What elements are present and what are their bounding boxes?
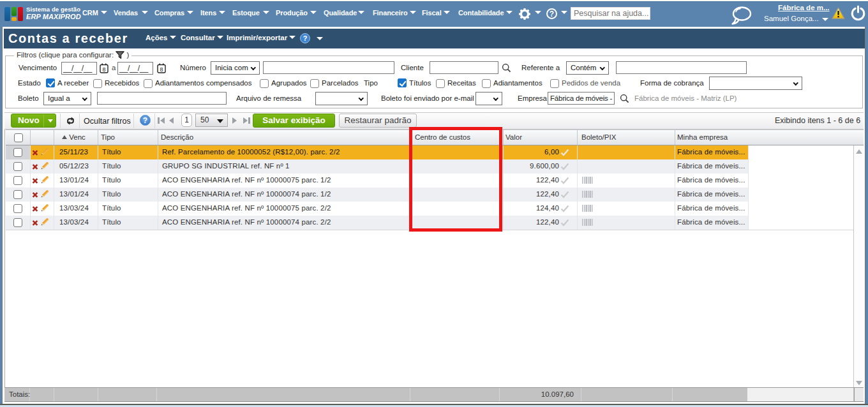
svg-text:8: 8: [102, 66, 105, 73]
svg-text:8: 8: [160, 66, 163, 73]
